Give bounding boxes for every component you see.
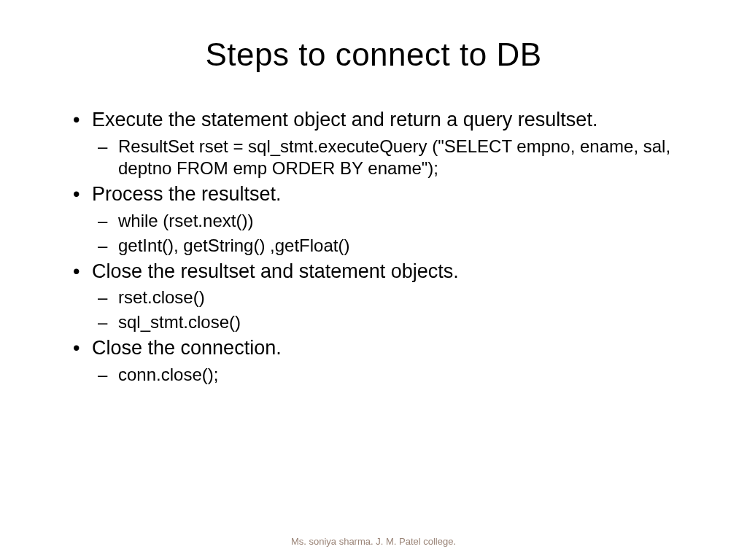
sub-bullet-text: while (rset.next()) bbox=[118, 211, 253, 230]
list-item: Close the connection. conn.close(); bbox=[66, 336, 681, 386]
list-item: getInt(), getString() ,getFloat() bbox=[92, 235, 681, 257]
list-item: sql_stmt.close() bbox=[92, 311, 681, 333]
list-item: Process the resultset. while (rset.next(… bbox=[66, 182, 681, 257]
list-item: conn.close(); bbox=[92, 364, 681, 386]
sub-list: while (rset.next()) getInt(), getString(… bbox=[92, 210, 681, 257]
slide-content: Execute the statement object and return … bbox=[66, 108, 681, 386]
sub-bullet-text: sql_stmt.close() bbox=[118, 312, 241, 332]
sub-bullet-text: getInt(), getString() ,getFloat() bbox=[118, 236, 349, 255]
bullet-list: Execute the statement object and return … bbox=[66, 108, 681, 386]
sub-bullet-text: rset.close() bbox=[118, 287, 205, 307]
bullet-text: Execute the statement object and return … bbox=[92, 109, 597, 131]
slide-footer: Ms. soniya sharma. J. M. Patel college. bbox=[0, 536, 747, 547]
slide-title: Steps to connect to DB bbox=[66, 36, 681, 73]
bullet-text: Process the resultset. bbox=[92, 183, 282, 205]
bullet-text: Close the resultset and statement object… bbox=[92, 260, 459, 282]
sub-list: conn.close(); bbox=[92, 364, 681, 386]
list-item: while (rset.next()) bbox=[92, 210, 681, 232]
sub-list: rset.close() sql_stmt.close() bbox=[92, 287, 681, 333]
list-item: Execute the statement object and return … bbox=[66, 108, 681, 179]
bullet-text: Close the connection. bbox=[92, 337, 282, 359]
list-item: ResultSet rset = sql_stmt.executeQuery (… bbox=[92, 136, 681, 179]
sub-bullet-text: conn.close(); bbox=[118, 365, 218, 384]
sub-list: ResultSet rset = sql_stmt.executeQuery (… bbox=[92, 136, 681, 179]
sub-bullet-text: ResultSet rset = sql_stmt.executeQuery (… bbox=[118, 136, 670, 178]
slide: Steps to connect to DB Execute the state… bbox=[0, 0, 747, 560]
list-item: Close the resultset and statement object… bbox=[66, 260, 681, 334]
list-item: rset.close() bbox=[92, 287, 681, 308]
